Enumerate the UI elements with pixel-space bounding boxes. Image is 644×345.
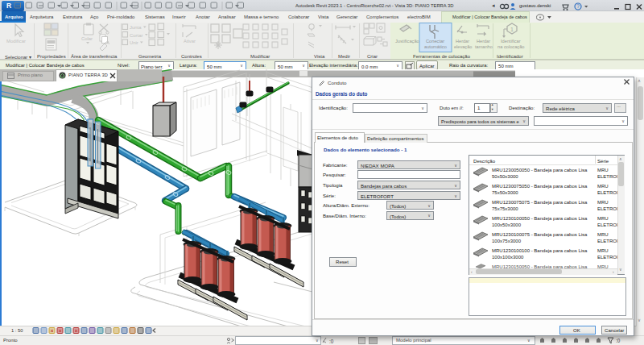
svg-text:Junta: Junta [130,25,142,30]
svg-text:Justificação: Justificação [395,39,419,44]
svg-text:elevação: elevação [454,44,472,49]
svg-text:Cortar: Cortar [130,33,142,38]
svg-text:Colar: Colar [81,36,93,41]
svg-text:Herdar: Herdar [477,39,490,44]
svg-text:Conectar: Conectar [426,39,444,44]
svg-text:Modificar: Modificar [6,39,26,44]
svg-text:Identificar: Identificar [501,39,521,44]
svg-text::0: :0 [329,339,334,344]
svg-text::0: :0 [616,338,621,343]
svg-text:?: ? [576,3,580,9]
svg-text:Unir: Unir [130,40,138,45]
svg-text:Herdar: Herdar [456,39,469,44]
svg-text:Ativar: Ativar [184,39,196,44]
svg-text:1: 1 [510,27,514,32]
svg-text:tamanho: tamanho [475,44,493,49]
svg-text:automático: automático [424,44,447,49]
svg-text:na colocação: na colocação [497,44,525,49]
